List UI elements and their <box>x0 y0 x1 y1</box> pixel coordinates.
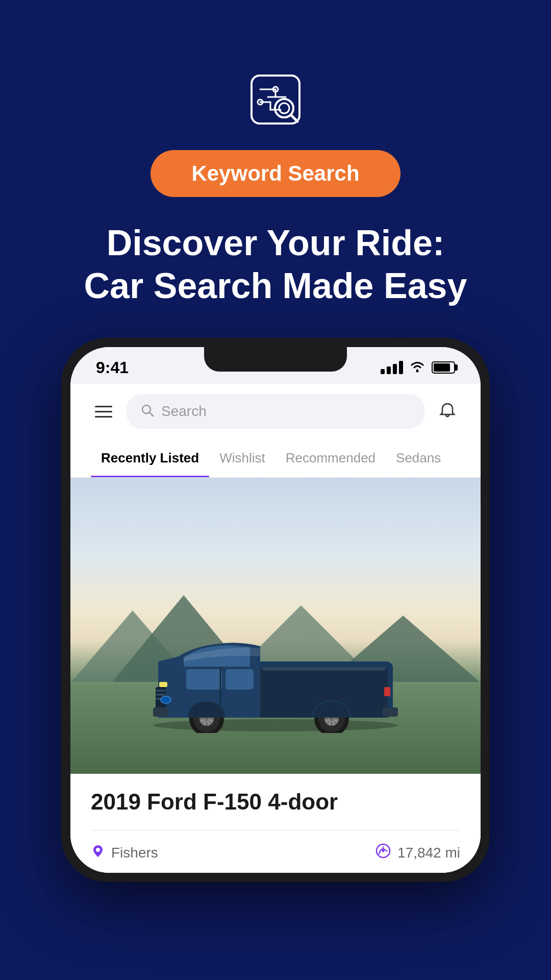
svg-point-49 <box>161 696 171 703</box>
search-bar[interactable]: Search <box>127 394 424 429</box>
svg-rect-30 <box>159 682 167 687</box>
car-image <box>70 478 481 774</box>
headline: Discover Your Ride: Car Search Made Easy <box>54 222 498 307</box>
car-mileage: 17,842 mi <box>375 843 460 863</box>
svg-point-51 <box>96 848 100 852</box>
svg-point-10 <box>279 103 289 113</box>
car-divider <box>91 830 460 830</box>
speedometer-icon <box>375 843 391 863</box>
battery-icon <box>432 361 455 374</box>
svg-rect-31 <box>153 707 168 717</box>
location-pin-icon <box>91 844 105 862</box>
svg-rect-50 <box>384 687 390 696</box>
car-listing: 2019 Ford F-150 4-door Fisher <box>70 478 481 873</box>
svg-point-53 <box>382 850 385 852</box>
car-location: Fishers <box>91 844 158 862</box>
svg-rect-27 <box>156 690 165 692</box>
tabs-container: Recently Listed Wishlist Recommended Sed… <box>70 439 481 478</box>
status-time: 9:41 <box>96 358 129 377</box>
tab-recommended[interactable]: Recommended <box>276 439 386 477</box>
svg-rect-22 <box>226 669 254 690</box>
car-title: 2019 Ford F-150 4-door <box>91 789 460 815</box>
status-icons <box>381 360 455 375</box>
svg-rect-21 <box>186 669 222 690</box>
menu-icon[interactable] <box>91 402 116 422</box>
tab-recently-listed[interactable]: Recently Listed <box>91 439 209 477</box>
search-input-placeholder: Search <box>161 403 207 420</box>
svg-line-11 <box>291 115 297 121</box>
svg-line-14 <box>149 412 153 416</box>
app-icon <box>247 71 304 150</box>
phone-mockup: 9:41 <box>61 338 490 882</box>
signal-bars-icon <box>381 361 403 374</box>
svg-point-12 <box>416 370 419 373</box>
tab-wishlist[interactable]: Wishlist <box>209 439 276 477</box>
bell-icon[interactable] <box>435 398 460 425</box>
tab-sedans[interactable]: Sedans <box>386 439 451 477</box>
car-mileage-text: 17,842 mi <box>397 845 460 861</box>
top-section: Keyword Search Discover Your Ride: Car S… <box>0 0 551 338</box>
car-info: 2019 Ford F-150 4-door Fisher <box>70 774 481 863</box>
car-location-text: Fishers <box>111 845 158 861</box>
search-icon <box>141 404 154 419</box>
keyword-search-button[interactable]: Keyword Search <box>151 150 400 197</box>
wifi-icon <box>409 360 425 375</box>
svg-rect-28 <box>156 694 165 696</box>
app-header: Search <box>70 384 481 439</box>
phone-notch <box>204 347 347 372</box>
car-details: Fishers <box>91 843 460 863</box>
svg-rect-32 <box>383 707 398 717</box>
